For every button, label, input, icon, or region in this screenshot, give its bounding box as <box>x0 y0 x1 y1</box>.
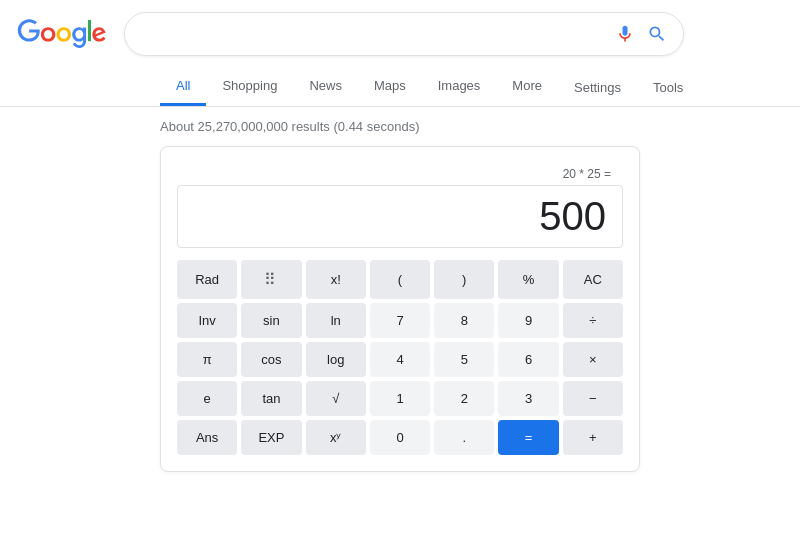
nav-bar: All Shopping News Maps Images More Setti… <box>0 68 800 107</box>
calc-btn-[interactable]: + <box>563 420 623 455</box>
calculator-card: 20 * 25 = 500 Rad⠿x!()%ACInvsinln789÷πco… <box>160 146 640 472</box>
nav-right: Settings Tools <box>558 70 699 105</box>
nav-left: All Shopping News Maps Images More <box>160 68 558 106</box>
header: 20*25 <box>0 0 800 68</box>
nav-item-all[interactable]: All <box>160 68 206 106</box>
calc-btn-[interactable]: ) <box>434 260 494 299</box>
calc-btn-[interactable]: π <box>177 342 237 377</box>
calc-btn-Ans[interactable]: Ans <box>177 420 237 455</box>
calc-btn-tan[interactable]: tan <box>241 381 301 416</box>
calc-grid: Rad⠿x!()%ACInvsinln789÷πcoslog456×etan√1… <box>177 260 623 455</box>
calc-btn-log[interactable]: log <box>306 342 366 377</box>
calc-btn-1[interactable]: 1 <box>370 381 430 416</box>
nav-item-tools[interactable]: Tools <box>637 70 699 105</box>
nav-item-news[interactable]: News <box>293 68 358 106</box>
calc-btn-.[interactable]: . <box>434 420 494 455</box>
search-bar[interactable]: 20*25 <box>124 12 684 56</box>
calc-btn-grid[interactable]: ⠿ <box>241 260 301 299</box>
calc-btn-sin[interactable]: sin <box>241 303 301 338</box>
calc-btn-[interactable]: √ <box>306 381 366 416</box>
calc-btn-Rad[interactable]: Rad <box>177 260 237 299</box>
nav-item-images[interactable]: Images <box>422 68 497 106</box>
calc-btn-9[interactable]: 9 <box>498 303 558 338</box>
nav-item-maps[interactable]: Maps <box>358 68 422 106</box>
search-submit-icon[interactable] <box>647 24 667 44</box>
calc-btn-[interactable]: ( <box>370 260 430 299</box>
calc-btn-[interactable]: ÷ <box>563 303 623 338</box>
calc-btn-4[interactable]: 4 <box>370 342 430 377</box>
calc-display: 500 <box>177 185 623 248</box>
calc-btn-[interactable]: × <box>563 342 623 377</box>
calc-btn-3[interactable]: 3 <box>498 381 558 416</box>
nav-item-shopping[interactable]: Shopping <box>206 68 293 106</box>
google-logo <box>16 19 108 49</box>
calc-btn-x[interactable]: xʸ <box>306 420 366 455</box>
calc-btn-8[interactable]: 8 <box>434 303 494 338</box>
calc-btn-2[interactable]: 2 <box>434 381 494 416</box>
calc-btn-cos[interactable]: cos <box>241 342 301 377</box>
calc-btn-7[interactable]: 7 <box>370 303 430 338</box>
search-input[interactable]: 20*25 <box>141 25 605 43</box>
calc-btn-EXP[interactable]: EXP <box>241 420 301 455</box>
calc-btn-ln[interactable]: ln <box>306 303 366 338</box>
calc-btn-6[interactable]: 6 <box>498 342 558 377</box>
calc-expression: 20 * 25 = <box>177 163 623 185</box>
calc-btn-[interactable]: % <box>498 260 558 299</box>
nav-item-more[interactable]: More <box>496 68 558 106</box>
calc-btn-AC[interactable]: AC <box>563 260 623 299</box>
calc-btn-e[interactable]: e <box>177 381 237 416</box>
calc-btn-Inv[interactable]: Inv <box>177 303 237 338</box>
calc-btn-equals[interactable]: = <box>498 420 558 455</box>
results-info: About 25,270,000,000 results (0.44 secon… <box>0 107 800 146</box>
microphone-icon[interactable] <box>615 24 635 44</box>
calc-btn-x[interactable]: x! <box>306 260 366 299</box>
calc-btn-[interactable]: − <box>563 381 623 416</box>
nav-item-settings[interactable]: Settings <box>558 70 637 105</box>
calc-btn-0[interactable]: 0 <box>370 420 430 455</box>
calc-btn-5[interactable]: 5 <box>434 342 494 377</box>
